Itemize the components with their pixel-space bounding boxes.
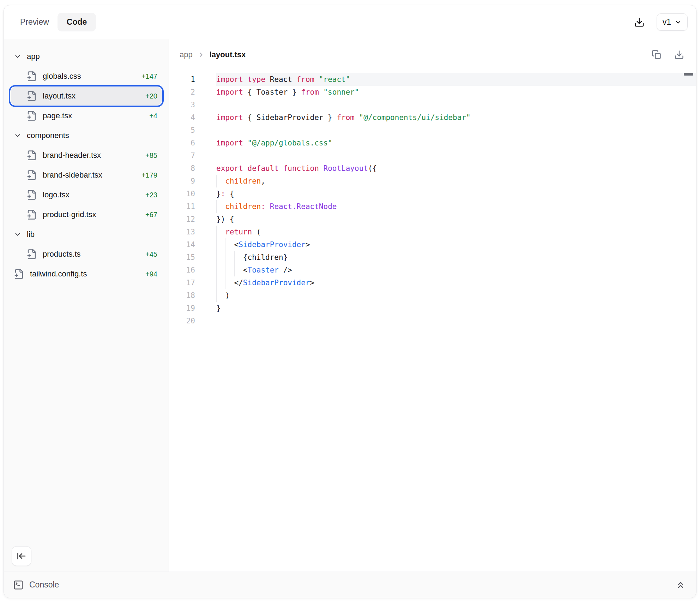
- file-row-globals-css[interactable]: globals.css +147: [11, 67, 162, 85]
- scrollbar-thumb[interactable]: [684, 73, 693, 76]
- chevron-down-icon: [14, 231, 22, 238]
- line-content: import type React from "react": [216, 73, 696, 86]
- line-content: import { SidebarProvider } from "@/compo…: [216, 111, 696, 124]
- file-tree: app globals.css +147 layout.tsx +20 page…: [11, 48, 162, 283]
- line-content: <SidebarProvider>: [216, 238, 696, 251]
- line-content: [216, 124, 696, 137]
- line-number: 6: [169, 137, 195, 149]
- download-project-button[interactable]: [633, 16, 646, 29]
- chevron-down-icon: [14, 53, 22, 60]
- line-content: import "@/app/globals.css": [216, 137, 696, 149]
- line-content: }) {: [216, 213, 696, 226]
- file-label: logo.tsx: [43, 190, 140, 199]
- file-plus-icon: [26, 71, 37, 82]
- console-label: Console: [29, 580, 59, 590]
- code-actions: [650, 48, 686, 61]
- line-number: 12: [169, 213, 195, 226]
- terminal-icon: [13, 580, 24, 590]
- toolbar-actions: v1: [633, 13, 688, 31]
- file-label: product-grid.tsx: [43, 210, 140, 219]
- download-icon: [634, 17, 645, 28]
- file-tree-sidebar: app globals.css +147 layout.tsx +20 page…: [4, 39, 169, 572]
- console-bar[interactable]: Console: [4, 572, 696, 598]
- line-content: export default function RootLayout({: [216, 162, 696, 175]
- chevron-down-icon: [675, 19, 682, 26]
- line-number: 15: [169, 251, 195, 264]
- file-row-logo-tsx[interactable]: logo.tsx +23: [11, 186, 162, 204]
- file-row-tailwind-config-ts[interactable]: tailwind.config.ts +94: [11, 265, 162, 283]
- code-line: 4 import { SidebarProvider } from "@/com…: [169, 111, 696, 124]
- chevron-down-icon: [14, 132, 22, 139]
- line-content: {children}: [216, 251, 696, 264]
- line-content: children,: [216, 175, 696, 187]
- code-line: 17 </SidebarProvider>: [169, 276, 696, 289]
- file-row-page-tsx[interactable]: page.tsx +4: [11, 107, 162, 125]
- code-line: 10 }: {: [169, 187, 696, 200]
- line-number: 2: [169, 86, 195, 98]
- diff-count: +20: [145, 92, 162, 100]
- copy-icon: [652, 50, 662, 60]
- file-row-product-grid-tsx[interactable]: product-grid.tsx +67: [11, 206, 162, 223]
- collapse-sidebar-button[interactable]: [12, 546, 31, 566]
- arrow-left-to-line-icon: [17, 551, 26, 561]
- code-line: 18 ): [169, 289, 696, 302]
- file-row-layout-tsx[interactable]: layout.tsx +20: [11, 87, 162, 105]
- folder-row-components[interactable]: components: [11, 127, 162, 144]
- file-label: products.ts: [43, 250, 140, 259]
- code-line: 15 {children}: [169, 251, 696, 264]
- line-number: 9: [169, 175, 195, 187]
- file-label: page.tsx: [43, 111, 144, 120]
- breadcrumb-folder[interactable]: app: [180, 50, 193, 59]
- folder-row-app[interactable]: app: [11, 48, 162, 65]
- tab-preview[interactable]: Preview: [17, 13, 53, 31]
- diff-count: +94: [145, 270, 162, 278]
- file-plus-icon: [26, 170, 37, 180]
- file-label: layout.tsx: [43, 91, 140, 101]
- chevrons-up-icon: [676, 580, 686, 590]
- code-line: 16 <Toaster />: [169, 264, 696, 276]
- line-content: [216, 315, 696, 327]
- copy-code-button[interactable]: [650, 48, 663, 61]
- expand-console-button[interactable]: [674, 579, 687, 591]
- tab-code[interactable]: Code: [58, 13, 96, 31]
- diff-count: +45: [145, 250, 162, 258]
- file-row-brand-header-tsx[interactable]: brand-header.tsx +85: [11, 147, 162, 164]
- line-number: 4: [169, 111, 195, 124]
- top-toolbar: Preview Code v1: [4, 5, 696, 39]
- line-number: 14: [169, 238, 195, 251]
- panel-body: app globals.css +147 layout.tsx +20 page…: [4, 39, 696, 572]
- line-content: ): [216, 289, 696, 302]
- code-line: 12 }) {: [169, 213, 696, 226]
- code-line: 11 children: React.ReactNode: [169, 200, 696, 213]
- file-row-products-ts[interactable]: products.ts +45: [11, 245, 162, 263]
- breadcrumb: app layout.tsx: [180, 50, 246, 59]
- line-number: 11: [169, 200, 195, 213]
- folder-label: components: [27, 131, 162, 140]
- code-line: 3: [169, 98, 696, 111]
- version-selector[interactable]: v1: [657, 13, 688, 31]
- code-line: 20: [169, 315, 696, 327]
- file-plus-icon: [26, 111, 37, 121]
- file-row-brand-sidebar-tsx[interactable]: brand-sidebar.tsx +179: [11, 166, 162, 184]
- folder-label: lib: [27, 230, 162, 239]
- chevron-right-icon: [198, 51, 205, 58]
- line-content: </SidebarProvider>: [216, 276, 696, 289]
- code-line: 5: [169, 124, 696, 137]
- file-plus-icon: [26, 190, 37, 200]
- download-file-button[interactable]: [673, 48, 686, 61]
- line-number: 10: [169, 187, 195, 200]
- file-plus-icon: [26, 91, 37, 101]
- line-content: [216, 149, 696, 162]
- line-content: return (: [216, 226, 696, 238]
- file-label: brand-sidebar.tsx: [43, 171, 136, 180]
- code-line: 2 import { Toaster } from "sonner": [169, 86, 696, 98]
- version-label: v1: [663, 17, 671, 27]
- folder-row-lib[interactable]: lib: [11, 226, 162, 243]
- code-line: 9 children,: [169, 175, 696, 187]
- code-line: 1 import type React from "react": [169, 73, 696, 86]
- code-header: app layout.tsx: [169, 39, 696, 70]
- code-line: 14 <SidebarProvider>: [169, 238, 696, 251]
- diff-count: +147: [141, 72, 162, 80]
- file-plus-icon: [26, 249, 37, 259]
- code-line: 8 export default function RootLayout({: [169, 162, 696, 175]
